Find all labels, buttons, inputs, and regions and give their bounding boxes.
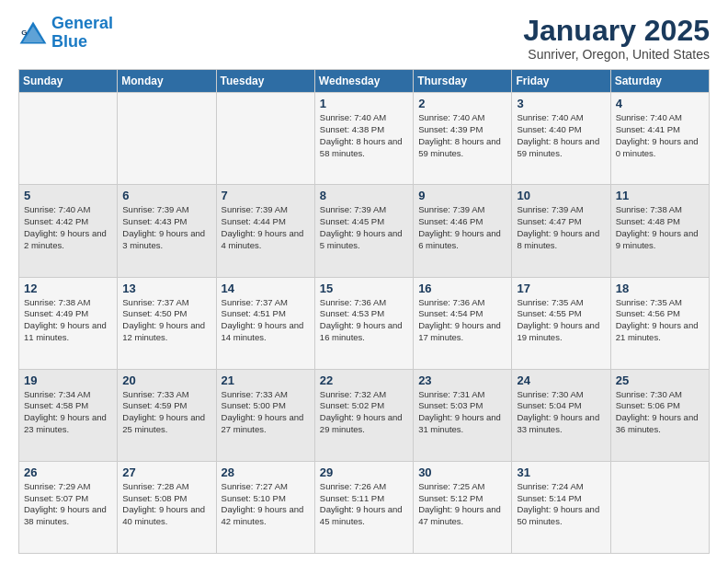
calendar-cell: 14Sunrise: 7:37 AM Sunset: 4:51 PM Dayli… [216,277,314,369]
weekday-header-monday: Monday [118,70,216,93]
calendar-cell: 1Sunrise: 7:40 AM Sunset: 4:38 PM Daylig… [314,93,413,185]
day-info: Sunrise: 7:33 AM Sunset: 5:00 PM Dayligh… [222,389,310,436]
day-info: Sunrise: 7:40 AM Sunset: 4:42 PM Dayligh… [24,204,112,251]
day-info: Sunrise: 7:40 AM Sunset: 4:41 PM Dayligh… [616,112,704,159]
calendar-cell: 9Sunrise: 7:39 AM Sunset: 4:46 PM Daylig… [414,185,512,277]
day-number: 9 [418,189,506,202]
calendar-cell: 23Sunrise: 7:31 AM Sunset: 5:03 PM Dayli… [414,369,512,461]
day-info: Sunrise: 7:35 AM Sunset: 4:55 PM Dayligh… [517,297,605,344]
day-info: Sunrise: 7:31 AM Sunset: 5:03 PM Dayligh… [418,389,506,436]
calendar-week-row: 19Sunrise: 7:34 AM Sunset: 4:58 PM Dayli… [19,369,710,461]
calendar-cell [610,461,709,553]
logo-icon: G [18,20,48,46]
day-info: Sunrise: 7:34 AM Sunset: 4:58 PM Dayligh… [24,389,112,436]
calendar-cell: 17Sunrise: 7:35 AM Sunset: 4:55 PM Dayli… [512,277,610,369]
calendar-cell [118,93,216,185]
day-info: Sunrise: 7:40 AM Sunset: 4:39 PM Dayligh… [418,112,506,159]
day-number: 1 [320,97,408,110]
day-info: Sunrise: 7:27 AM Sunset: 5:10 PM Dayligh… [222,481,310,528]
calendar-cell: 31Sunrise: 7:24 AM Sunset: 5:14 PM Dayli… [512,461,610,553]
day-number: 22 [320,373,408,387]
day-info: Sunrise: 7:30 AM Sunset: 5:06 PM Dayligh… [616,389,704,436]
weekday-header-wednesday: Wednesday [314,70,413,93]
day-number: 10 [517,189,605,202]
day-number: 27 [122,465,210,479]
day-number: 5 [24,189,112,202]
calendar-cell: 25Sunrise: 7:30 AM Sunset: 5:06 PM Dayli… [610,369,709,461]
day-number: 26 [24,465,112,479]
day-info: Sunrise: 7:25 AM Sunset: 5:12 PM Dayligh… [418,481,506,528]
calendar-cell: 28Sunrise: 7:27 AM Sunset: 5:10 PM Dayli… [216,461,314,553]
day-info: Sunrise: 7:30 AM Sunset: 5:04 PM Dayligh… [517,389,605,436]
calendar-cell: 20Sunrise: 7:33 AM Sunset: 4:59 PM Dayli… [118,369,216,461]
day-info: Sunrise: 7:24 AM Sunset: 5:14 PM Dayligh… [517,481,605,528]
day-number: 28 [222,465,310,479]
calendar-cell: 4Sunrise: 7:40 AM Sunset: 4:41 PM Daylig… [610,93,709,185]
day-info: Sunrise: 7:39 AM Sunset: 4:43 PM Dayligh… [122,204,210,251]
day-number: 16 [418,282,506,295]
logo-text: General Blue [51,15,113,52]
day-info: Sunrise: 7:37 AM Sunset: 4:51 PM Dayligh… [222,297,310,344]
day-number: 31 [517,465,605,479]
day-info: Sunrise: 7:38 AM Sunset: 4:49 PM Dayligh… [24,297,112,344]
calendar-cell: 11Sunrise: 7:38 AM Sunset: 4:48 PM Dayli… [610,185,709,277]
day-number: 3 [517,97,605,110]
calendar-week-row: 5Sunrise: 7:40 AM Sunset: 4:42 PM Daylig… [19,185,710,277]
day-info: Sunrise: 7:29 AM Sunset: 5:07 PM Dayligh… [24,481,112,528]
calendar-cell [216,93,314,185]
day-info: Sunrise: 7:36 AM Sunset: 4:54 PM Dayligh… [418,297,506,344]
day-info: Sunrise: 7:33 AM Sunset: 4:59 PM Dayligh… [122,389,210,436]
day-number: 25 [616,373,704,387]
logo: G General Blue [18,15,113,52]
weekday-header-friday: Friday [512,70,610,93]
day-number: 24 [517,373,605,387]
calendar-cell: 24Sunrise: 7:30 AM Sunset: 5:04 PM Dayli… [512,369,610,461]
day-number: 20 [122,373,210,387]
page: G General Blue January 2025 Sunriver, Or… [0,0,728,563]
logo-line2: Blue [51,32,87,51]
day-info: Sunrise: 7:35 AM Sunset: 4:56 PM Dayligh… [616,297,704,344]
day-number: 12 [24,282,112,295]
day-number: 6 [122,189,210,202]
calendar-cell: 16Sunrise: 7:36 AM Sunset: 4:54 PM Dayli… [414,277,512,369]
calendar-cell: 5Sunrise: 7:40 AM Sunset: 4:42 PM Daylig… [19,185,118,277]
day-number: 15 [320,282,408,295]
day-number: 23 [418,373,506,387]
svg-text:G: G [21,29,27,37]
day-info: Sunrise: 7:38 AM Sunset: 4:48 PM Dayligh… [616,204,704,251]
calendar-header: SundayMondayTuesdayWednesdayThursdayFrid… [19,70,710,93]
day-info: Sunrise: 7:28 AM Sunset: 5:08 PM Dayligh… [122,481,210,528]
logo-line1: General [51,14,113,32]
calendar-cell: 18Sunrise: 7:35 AM Sunset: 4:56 PM Dayli… [610,277,709,369]
day-info: Sunrise: 7:26 AM Sunset: 5:11 PM Dayligh… [320,481,408,528]
weekday-header-tuesday: Tuesday [216,70,314,93]
day-number: 18 [616,282,704,295]
day-number: 14 [222,282,310,295]
day-info: Sunrise: 7:36 AM Sunset: 4:53 PM Dayligh… [320,297,408,344]
calendar-cell: 26Sunrise: 7:29 AM Sunset: 5:07 PM Dayli… [19,461,118,553]
day-number: 8 [320,189,408,202]
calendar-week-row: 12Sunrise: 7:38 AM Sunset: 4:49 PM Dayli… [19,277,710,369]
header: G General Blue January 2025 Sunriver, Or… [18,15,710,62]
day-number: 11 [616,189,704,202]
weekday-header-thursday: Thursday [414,70,512,93]
calendar-cell: 10Sunrise: 7:39 AM Sunset: 4:47 PM Dayli… [512,185,610,277]
day-number: 29 [320,465,408,479]
day-number: 30 [418,465,506,479]
calendar-cell: 30Sunrise: 7:25 AM Sunset: 5:12 PM Dayli… [414,461,512,553]
day-info: Sunrise: 7:32 AM Sunset: 5:02 PM Dayligh… [320,389,408,436]
day-info: Sunrise: 7:39 AM Sunset: 4:44 PM Dayligh… [222,204,310,251]
title-block: January 2025 Sunriver, Oregon, United St… [523,15,710,62]
weekday-header-sunday: Sunday [19,70,118,93]
day-info: Sunrise: 7:39 AM Sunset: 4:46 PM Dayligh… [418,204,506,251]
calendar-cell: 27Sunrise: 7:28 AM Sunset: 5:08 PM Dayli… [118,461,216,553]
calendar-cell: 29Sunrise: 7:26 AM Sunset: 5:11 PM Dayli… [314,461,413,553]
calendar-week-row: 1Sunrise: 7:40 AM Sunset: 4:38 PM Daylig… [19,93,710,185]
calendar-cell: 19Sunrise: 7:34 AM Sunset: 4:58 PM Dayli… [19,369,118,461]
day-number: 4 [616,97,704,110]
calendar-cell: 8Sunrise: 7:39 AM Sunset: 4:45 PM Daylig… [314,185,413,277]
calendar-cell: 7Sunrise: 7:39 AM Sunset: 4:44 PM Daylig… [216,185,314,277]
calendar-cell: 2Sunrise: 7:40 AM Sunset: 4:39 PM Daylig… [414,93,512,185]
day-number: 21 [222,373,310,387]
calendar-cell: 6Sunrise: 7:39 AM Sunset: 4:43 PM Daylig… [118,185,216,277]
